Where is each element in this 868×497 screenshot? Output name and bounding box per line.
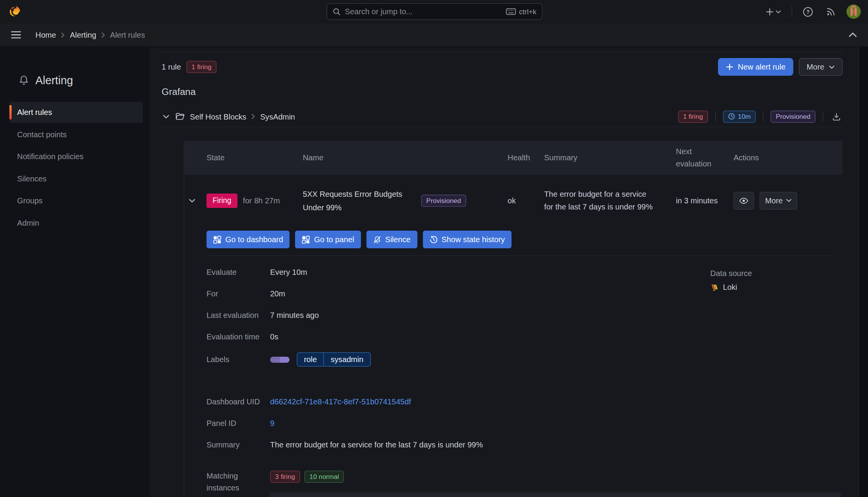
plus-icon [766, 7, 774, 16]
instances-panel [270, 492, 841, 497]
sidebar-nav: Alert rules Contact points Notification … [0, 102, 149, 233]
cell-state: Firing for 8h 27m [200, 193, 296, 208]
go-to-panel-label: Go to panel [314, 235, 354, 244]
breadcrumb-alert-rules: Alert rules [110, 30, 145, 39]
new-alert-rule-button[interactable]: New alert rule [718, 58, 793, 76]
field-value: The error budget for a service for the l… [270, 440, 483, 449]
rule-count: 1 rule [162, 63, 181, 71]
sidebar-title-alerting[interactable]: Alerting [18, 72, 149, 88]
clock-icon [728, 113, 735, 120]
bell-icon [18, 75, 29, 86]
sidebar-item-label: Contact points [17, 130, 67, 139]
angle-right-icon [61, 32, 65, 38]
field-evaluation-time: Evaluation time 0s [207, 331, 843, 343]
sidebar-item-alert-rules[interactable]: Alert rules [9, 102, 143, 123]
angle-right-icon [251, 113, 255, 120]
help-button[interactable]: ? [800, 4, 815, 19]
field-label: Dashboard UID [207, 396, 270, 408]
sidebar-item-label: Silences [17, 174, 47, 183]
collapse-section-button[interactable] [846, 30, 859, 40]
search-icon [333, 8, 341, 15]
matching-instance-badges: 3 firing 10 normal [270, 470, 344, 483]
header-actions: Actions [727, 153, 843, 162]
group-interval-label: 10m [738, 113, 751, 120]
sidebar-item-contact-points[interactable]: Contact points [9, 124, 143, 145]
avatar[interactable] [846, 5, 861, 19]
field-label: Matching instances [207, 470, 270, 494]
chevron-down-icon [829, 65, 835, 69]
apps-grid-icon [302, 235, 310, 244]
rule-group-row: Self Host Blocks SysAdmin 1 firing [162, 106, 843, 127]
chevron-up-icon [849, 32, 857, 37]
field-last-evaluation: Last evaluation 7 minutes ago [207, 309, 843, 321]
history-icon [429, 235, 438, 244]
rules-header: 1 rule 1 firing New alert rule More [162, 58, 843, 76]
field-label: Panel ID [207, 417, 270, 429]
sidebar-item-groups[interactable]: Groups [9, 190, 143, 211]
sidebar-item-admin[interactable]: Admin [9, 212, 143, 233]
sidebar-item-notification-policies[interactable]: Notification policies [9, 146, 143, 167]
mega-menu-toggle[interactable] [9, 29, 23, 41]
row-collapse-button[interactable] [188, 197, 197, 204]
go-to-panel-button[interactable]: Go to panel [295, 231, 361, 248]
breadcrumb-home[interactable]: Home [35, 30, 56, 39]
matching-firing-badge: 3 firing [270, 470, 300, 483]
search-input[interactable]: Search or jump to... ctrl+k [327, 3, 542, 20]
sidebar-item-label: Notification policies [17, 152, 83, 161]
label-color-pill [270, 356, 289, 362]
field-panel-id: Panel ID 9 [207, 417, 843, 429]
view-rule-button[interactable] [733, 192, 754, 209]
data-source-label: Data source [710, 269, 752, 278]
data-source-value: Loki [710, 283, 752, 291]
rules-table: State Name Health Summary Next evaluatio… [184, 140, 843, 497]
field-matching-instances: Matching instances 3 firing 10 normal [207, 470, 843, 494]
field-label: Evaluation time [207, 331, 270, 343]
section-title: Grafana [162, 87, 843, 98]
grafana-logo[interactable] [7, 5, 22, 19]
search-placeholder: Search or jump to... [345, 7, 412, 16]
show-state-history-button[interactable]: Show state history [423, 231, 512, 248]
row-more-label: More [765, 196, 783, 205]
new-alert-rule-label: New alert rule [738, 63, 785, 71]
topbar-divider [791, 6, 792, 17]
field-label: Last evaluation [207, 309, 270, 321]
group-folder-link[interactable]: Self Host Blocks [190, 112, 247, 121]
cell-next-evaluation: in 3 minutes [669, 196, 727, 205]
rss-icon [826, 7, 836, 17]
group-interval-badge: 10m [723, 110, 756, 123]
scrollbar-track[interactable] [859, 47, 868, 497]
field-label: Summary [207, 439, 270, 451]
detail-divider [207, 256, 831, 256]
news-button[interactable] [824, 5, 838, 19]
chevron-down-icon [786, 199, 791, 203]
breadcrumb: Home Alerting Alert rules [35, 30, 145, 39]
breadcrumb-alerting[interactable]: Alerting [70, 30, 96, 39]
export-icon [832, 112, 841, 121]
cell-name: 5XX Requests Error Budgets Under 99% Pro… [296, 187, 501, 214]
more-actions-button[interactable]: More [799, 58, 843, 76]
dashboard-uid-link[interactable]: d66242cf-71e8-417c-8ef7-51b0741545df [270, 397, 411, 406]
field-label: For [207, 288, 270, 300]
question-circle-icon: ? [803, 7, 813, 17]
silence-button[interactable]: Silence [366, 231, 417, 248]
sidebar-item-label: Admin [17, 218, 39, 227]
breadcrumb-bar: Home Alerting Alert rules [0, 23, 868, 47]
detail-fields-annotations: Dashboard UID d66242cf-71e8-417c-8ef7-51… [207, 396, 843, 494]
field-label: Evaluate [207, 266, 270, 278]
cell-summary: The error budget for a service for the l… [544, 188, 669, 213]
field-label: Labels [207, 353, 270, 366]
cell-actions: More [727, 192, 843, 209]
angle-right-icon [101, 32, 105, 38]
row-more-button[interactable]: More [760, 192, 797, 209]
header-state: State [200, 153, 296, 162]
export-group-button[interactable] [830, 110, 843, 123]
group-expand-button[interactable] [162, 113, 170, 120]
content-inner: 1 rule 1 firing New alert rule More [162, 47, 843, 497]
sidebar-item-label: Alert rules [17, 108, 52, 117]
add-new-button[interactable] [763, 5, 783, 18]
go-to-dashboard-label: Go to dashboard [225, 235, 283, 244]
panel-id-link[interactable]: 9 [270, 419, 274, 427]
go-to-dashboard-button[interactable]: Go to dashboard [207, 231, 290, 248]
sidebar-item-silences[interactable]: Silences [9, 168, 143, 189]
chevron-down-icon [776, 10, 781, 13]
